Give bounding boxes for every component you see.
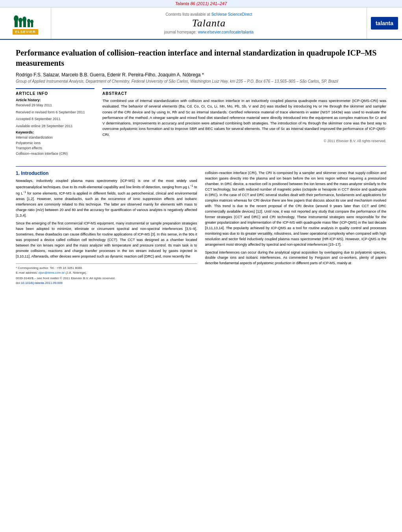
- intro-paragraph-1: Nowadays, inductively coupled plasma mas…: [16, 178, 197, 219]
- homepage-label: journal homepage:: [164, 30, 197, 34]
- footnote-area: * Corresponding author. Tel.: +55 16 335…: [16, 263, 197, 285]
- citation-text: Talanta 86 (2011) 241–247: [175, 1, 227, 6]
- article-meta-section: ARTICLE INFO Article history: Received 2…: [16, 88, 386, 160]
- article-authors: Rodrigo F.S. Salazar, Marcelo B.B. Guerr…: [16, 72, 386, 78]
- svg-rect-2: [19, 22, 22, 27]
- abstract-copyright: © 2011 Elsevier B.V. All rights reserved…: [102, 139, 386, 143]
- elsevier-logo-area: ELSEVIER: [0, 7, 51, 39]
- abstract-column: ABSTRACT The combined use of internal st…: [102, 88, 386, 160]
- homepage-url[interactable]: www.elsevier.com/locate/talanta: [198, 30, 254, 34]
- journal-homepage: journal homepage: www.elsevier.com/locat…: [164, 30, 254, 34]
- svg-point-7: [27, 19, 30, 23]
- journal-header: ELSEVIER Contents lists available at Sci…: [0, 7, 402, 40]
- introduction-right-col: collision–reaction interface (CRI). The …: [205, 171, 387, 284]
- keyword-2: Polyatomic ions: [16, 141, 94, 146]
- svg-point-3: [19, 18, 22, 22]
- doi-line: doi:10.1016/j.talanta.2011.09.009: [16, 281, 197, 285]
- accepted-date: Accepted 8 September 2011: [16, 117, 94, 122]
- journal-title: Talanta: [192, 17, 226, 29]
- article-title: Performance evaluation of collision–reac…: [16, 48, 386, 68]
- keyword-3: Transport effects: [16, 146, 94, 151]
- svg-rect-8: [31, 23, 33, 27]
- elsevier-tree-icon: [14, 12, 37, 28]
- article-info-box: ARTICLE INFO Article history: Received 2…: [16, 88, 94, 156]
- talanta-logo-area: talanta: [367, 7, 402, 39]
- section-divider: [16, 166, 386, 167]
- article-affiliation: Group of Applied Instrumental Analysis, …: [16, 79, 386, 83]
- article-info-column: ARTICLE INFO Article history: Received 2…: [16, 88, 94, 160]
- talanta-logo: talanta: [371, 17, 398, 30]
- svg-point-9: [30, 20, 33, 24]
- received-date: Received 29 May 2011: [16, 103, 94, 108]
- svg-point-1: [14, 15, 19, 22]
- article-content: Performance evaluation of collision–reac…: [0, 40, 402, 293]
- journal-citation-banner: Talanta 86 (2011) 241–247: [0, 0, 402, 7]
- sciverse-line: Contents lists available at SciVerse Sci…: [165, 12, 252, 17]
- page: Talanta 86 (2011) 241–247 ELSEVIER Conte…: [0, 0, 402, 532]
- introduction-section: 1. Introduction Nowadays, inductively co…: [16, 171, 386, 284]
- copyright-notice: 0039-9140/$ – see front matter © 2011 El…: [16, 276, 197, 280]
- intro-paragraph-right-1: collision–reaction interface (CRI). The …: [205, 171, 387, 247]
- keyword-4: Collision–reaction interface (CRI): [16, 151, 94, 157]
- section-title-text: Introduction: [21, 171, 48, 176]
- doi-value[interactable]: 10.1016/j.talanta.2011.09.009: [21, 281, 63, 285]
- elsevier-label: ELSEVIER: [13, 29, 38, 35]
- email-address[interactable]: djan@terra.com.br: [39, 271, 65, 274]
- intro-paragraph-2: Since the emerging of the first commerci…: [16, 221, 197, 260]
- sciverse-link[interactable]: SciVerse ScienceDirect: [211, 12, 252, 17]
- article-info-title: ARTICLE INFO: [16, 91, 94, 96]
- revised-date: Received in revised form 6 September 201…: [16, 110, 94, 115]
- email-footnote: E-mail address: djan@terra.com.br (J.A. …: [16, 271, 197, 275]
- section-number: 1.: [16, 171, 20, 176]
- abstract-title: ABSTRACT: [102, 91, 386, 96]
- doi-label: doi:: [16, 281, 21, 285]
- svg-point-5: [22, 17, 26, 22]
- introduction-left-col: 1. Introduction Nowadays, inductively co…: [16, 171, 197, 284]
- keywords-label: Keywords:: [16, 130, 94, 134]
- corresponding-author: * Corresponding author. Tel.: +55 16 335…: [16, 266, 197, 271]
- abstract-box: ABSTRACT The combined use of internal st…: [102, 88, 386, 143]
- introduction-heading: 1. Introduction: [16, 171, 197, 176]
- intro-paragraph-right-2: Spectral interferences can occur during …: [205, 250, 387, 267]
- history-label: Article history:: [16, 98, 94, 102]
- email-label: E-mail address:: [16, 271, 38, 274]
- abstract-text: The combined use of internal standardiza…: [102, 98, 386, 137]
- available-date: Available online 28 September 2011: [16, 124, 94, 129]
- keyword-1: Internal standardization: [16, 135, 94, 141]
- journal-title-area: Contents lists available at SciVerse Sci…: [51, 7, 367, 39]
- email-person: (J.A. Nóbrega).: [65, 271, 87, 274]
- svg-rect-6: [28, 22, 30, 27]
- sciverse-label: Contents lists available at: [165, 12, 210, 17]
